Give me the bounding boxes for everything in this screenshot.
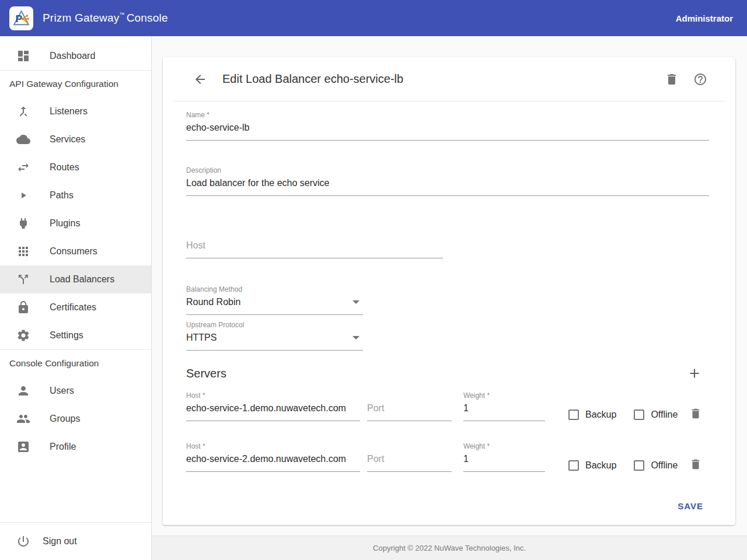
server-host-input[interactable]	[186, 450, 360, 472]
servers-heading: Servers	[186, 366, 226, 380]
sidebar-item-label: Routes	[50, 162, 79, 173]
delete-server-icon[interactable]	[689, 458, 702, 471]
app-bar: P Prizm Gateway™Console Administrator	[0, 0, 747, 36]
server-weight-input[interactable]	[463, 450, 545, 472]
name-input[interactable]	[186, 119, 709, 141]
chevron-down-icon	[352, 300, 359, 304]
power-icon	[16, 534, 30, 548]
app-root: P Prizm Gateway™Console Administrator Da…	[0, 0, 747, 560]
sidebar-item-services[interactable]: Services	[0, 125, 151, 153]
description-input[interactable]	[186, 174, 709, 196]
server-port-input[interactable]	[367, 450, 452, 472]
server-host-input[interactable]	[186, 400, 360, 421]
sidebar-item-certificates[interactable]: Certificates	[0, 293, 151, 321]
lock-icon	[16, 300, 30, 314]
sign-out-label: Sign out	[43, 536, 77, 547]
sidebar-item-consumers[interactable]: Consumers	[0, 237, 151, 265]
server-weight-field: Weight *	[463, 391, 545, 421]
sidebar-item-label: Services	[50, 134, 85, 145]
sidebar-item-plugins[interactable]: Plugins	[0, 209, 151, 237]
server-host-field: Host *	[186, 391, 360, 421]
backup-label: Backup	[585, 460, 616, 471]
sidebar-item-profile[interactable]: Profile	[0, 433, 151, 461]
server-weight-field: Weight *	[463, 442, 545, 472]
server-host-label: Host *	[186, 442, 360, 450]
sidebar-item-users[interactable]: Users	[0, 377, 151, 405]
backup-checkbox-group[interactable]: Backup	[568, 460, 616, 471]
delete-server-icon[interactable]	[689, 407, 702, 420]
apps-grid-icon	[16, 244, 30, 258]
sidebar-item-label: Paths	[50, 190, 74, 201]
host-input[interactable]	[186, 237, 443, 258]
server-row: Host * Weight *	[186, 442, 709, 472]
offline-checkbox-group[interactable]: Offline	[634, 410, 678, 420]
sidebar-item-label: Settings	[50, 330, 83, 341]
backup-checkbox-group[interactable]: Backup	[568, 410, 616, 420]
main-area: Edit Load Balancer echo-service-lb Name …	[152, 36, 747, 560]
offline-label: Offline	[651, 460, 678, 471]
edit-load-balancer-card: Edit Load Balancer echo-service-lb Name …	[163, 57, 735, 525]
app-title: Prizm Gateway™Console	[43, 12, 168, 24]
delete-load-balancer-icon[interactable]	[665, 72, 679, 86]
call-split-icon	[16, 272, 30, 286]
back-button[interactable]	[193, 72, 207, 86]
sidebar-item-label: Listeners	[50, 106, 88, 117]
backup-checkbox[interactable]	[568, 460, 579, 471]
dashboard-icon	[16, 49, 30, 63]
sidebar-item-label: Plugins	[50, 218, 80, 229]
load-balancer-form: Name * Description Balancing Method	[163, 102, 735, 525]
offline-checkbox[interactable]	[634, 410, 644, 420]
servers-header: Servers	[186, 366, 709, 381]
sidebar-item-label: Groups	[50, 414, 80, 424]
backup-label: Backup	[585, 410, 616, 420]
sidebar-item-listeners[interactable]: Listeners	[0, 97, 151, 125]
server-weight-input[interactable]	[463, 400, 545, 421]
name-field: Name *	[186, 111, 709, 141]
sign-out-button[interactable]: Sign out	[0, 523, 151, 560]
backup-checkbox[interactable]	[568, 410, 579, 420]
balancing-method-field: Balancing Method Round Robin	[186, 285, 363, 315]
page-footer: Copyright © 2022 NuWave Technologies, In…	[152, 536, 747, 560]
help-icon[interactable]	[693, 72, 707, 86]
call-merge-icon	[16, 104, 30, 118]
offline-checkbox[interactable]	[634, 460, 644, 471]
balancing-method-select[interactable]: Round Robin	[186, 293, 363, 315]
swap-horizontal-icon	[16, 160, 30, 174]
sidebar-item-label: Certificates	[50, 302, 96, 313]
sidebar-item-label: Profile	[50, 442, 76, 452]
sidebar-item-settings[interactable]: Settings	[0, 321, 151, 349]
server-weight-label: Weight *	[463, 442, 545, 450]
sidebar-item-groups[interactable]: Groups	[0, 405, 151, 433]
sidebar-spacer	[0, 461, 151, 522]
server-port-input[interactable]	[367, 400, 452, 421]
upstream-protocol-label: Upstream Protocol	[186, 321, 363, 329]
offline-checkbox-group[interactable]: Offline	[634, 460, 678, 471]
sidebar-item-load-balancers[interactable]: Load Balancers	[0, 265, 151, 293]
sidebar-item-label: Users	[50, 386, 74, 396]
power-plug-icon	[16, 216, 30, 230]
host-field	[186, 237, 443, 258]
save-button[interactable]: SAVE	[672, 496, 709, 516]
server-port-field	[367, 450, 452, 472]
sidebar-item-label: Dashboard	[50, 51, 95, 61]
sidebar-item-routes[interactable]: Routes	[0, 153, 151, 181]
server-host-field: Host *	[186, 442, 360, 472]
upstream-protocol-field: Upstream Protocol HTTPS	[186, 321, 363, 351]
sidebar-item-label: Consumers	[50, 246, 97, 257]
form-actions: SAVE	[186, 496, 709, 516]
server-host-label: Host *	[186, 391, 360, 400]
upstream-protocol-select[interactable]: HTTPS	[186, 329, 363, 351]
upstream-protocol-value: HTTPS	[186, 332, 217, 342]
copyright-text: Copyright © 2022 NuWave Technologies, In…	[373, 544, 526, 552]
sidebar-section-console: Console Configuration	[0, 350, 151, 377]
description-field: Description	[186, 166, 709, 196]
play-arrow-icon	[16, 188, 30, 202]
add-server-icon[interactable]	[687, 366, 702, 381]
sidebar-item-dashboard[interactable]: Dashboard	[0, 42, 151, 70]
server-weight-label: Weight *	[463, 391, 545, 400]
account-box-icon	[16, 440, 30, 454]
sidebar-item-label: Load Balancers	[50, 274, 114, 285]
administrator-menu-button[interactable]: Administrator	[676, 13, 733, 23]
cloud-icon	[16, 132, 30, 146]
sidebar-item-paths[interactable]: Paths	[0, 181, 151, 209]
